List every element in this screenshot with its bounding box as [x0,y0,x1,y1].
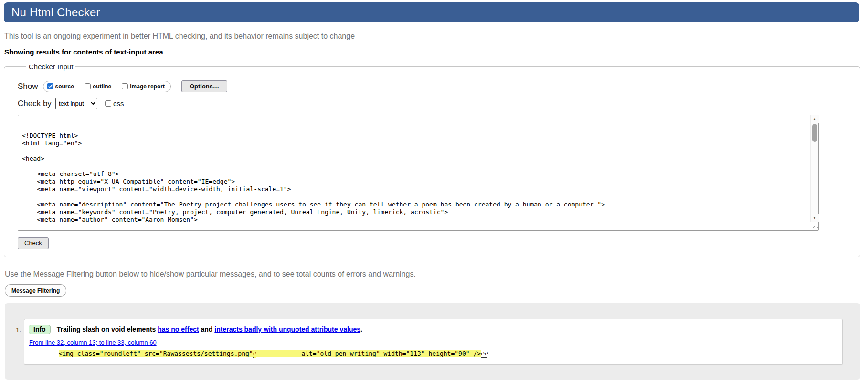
message-filtering-button[interactable]: Message Filtering [5,284,66,297]
scrollbar-thumb[interactable] [812,124,817,142]
message-text: Trailing slash on void elements has no e… [57,326,362,333]
info-badge: Info [29,325,51,334]
source-textarea[interactable]: <!DOCTYPE html> <html lang="en"> <head> … [18,115,819,231]
show-row: Show source outline image report Options… [18,80,847,92]
message-box: Info Trailing slash on void elements has… [24,319,843,365]
message-text-mid: and [199,326,215,333]
header-banner: Nu Html Checker [4,2,859,22]
code-highlight-2: alt="old pen writing" width="113" height… [301,350,481,357]
source-location-link[interactable]: From line 32, column 13; to line 33, col… [29,339,157,346]
scrollbar-down-icon[interactable]: ▼ [811,214,819,222]
message-filtering-hint: Use the Message Filtering button below t… [5,270,868,279]
show-image-report-option[interactable]: image report [122,83,165,90]
image-report-checkbox[interactable] [122,83,128,89]
has-no-effect-link[interactable]: has no effect [158,326,199,333]
outline-checkbox[interactable] [85,83,91,89]
show-outline-option[interactable]: outline [85,83,111,90]
result-item: 1. Info Trailing slash on void elements … [10,319,843,365]
check-by-select[interactable]: text input [55,98,97,109]
options-button[interactable]: Options… [181,80,227,92]
trailing-linebreaks-icon: ↩↩ [481,350,488,358]
checker-input-legend: Checker Input [26,63,75,71]
code-prefix [29,350,59,357]
textarea-scrollbar[interactable]: ▲ ▼ [810,115,818,222]
page-title: Nu Html Checker [11,6,100,19]
message-text-before: Trailing slash on void elements [57,326,158,333]
check-button[interactable]: Check [18,237,49,249]
show-label: Show [18,82,38,91]
check-by-row: Check by text input css [18,98,847,109]
interacts-badly-link[interactable]: interacts badly with unquoted attribute … [214,326,360,333]
css-checkbox[interactable] [105,100,111,107]
results-panel: 1. Info Trailing slash on void elements … [5,303,860,380]
location-line: From line 32, column 13; to line 33, col… [29,338,837,347]
show-options-group: source outline image report [43,81,171,92]
code-excerpt: <img class="roundleft" src="Rawassests/s… [29,350,837,357]
outline-checkbox-label: outline [93,83,111,90]
message-line: Info Trailing slash on void elements has… [29,325,837,334]
textarea-resize-grip-icon[interactable] [810,222,818,230]
source-checkbox[interactable] [47,83,53,89]
source-textarea-wrap: <!DOCTYPE html> <html lang="en"> <head> … [18,115,819,231]
result-index: 1. [10,319,21,334]
code-highlight-1: <img class="roundleft" src="Rawassests/s… [59,350,253,357]
showing-results-heading: Showing results for contents of text-inp… [4,48,868,56]
source-checkbox-label: source [55,83,74,90]
css-option[interactable]: css [105,99,124,108]
image-report-checkbox-label: image report [130,83,165,90]
show-source-option[interactable]: source [47,83,74,90]
experiment-note: This tool is an ongoing experiment in be… [4,32,868,41]
check-by-label: Check by [18,99,52,109]
code-mid-spaces [256,350,301,357]
checker-input-fieldset: Checker Input Show source outline image … [4,63,860,257]
message-text-after: . [360,326,362,333]
css-checkbox-label: css [113,99,124,108]
scrollbar-up-icon[interactable]: ▲ [811,115,819,123]
